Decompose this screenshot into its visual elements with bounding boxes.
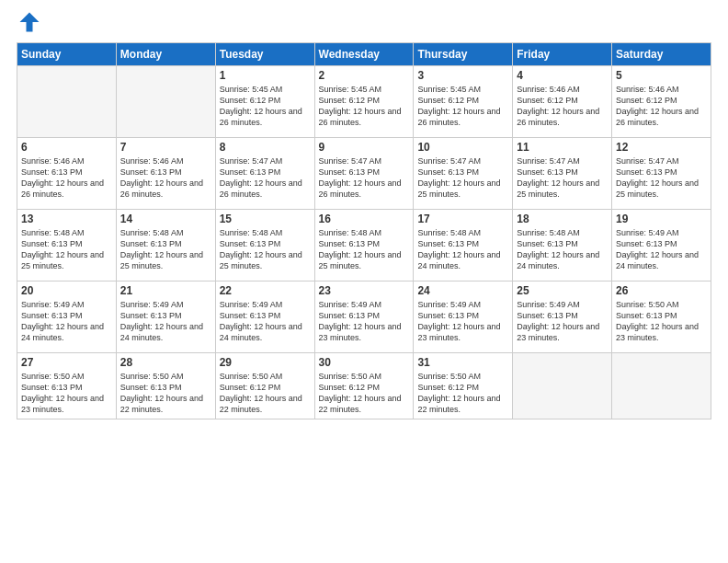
day-number: 28 bbox=[120, 356, 211, 369]
day-number: 21 bbox=[120, 284, 211, 297]
calendar-cell: 30Sunrise: 5:50 AM Sunset: 6:12 PM Dayli… bbox=[314, 353, 414, 419]
day-info: Sunrise: 5:50 AM Sunset: 6:13 PM Dayligh… bbox=[21, 371, 112, 416]
day-number: 27 bbox=[21, 356, 112, 369]
day-info: Sunrise: 5:50 AM Sunset: 6:12 PM Dayligh… bbox=[220, 371, 311, 416]
calendar-cell: 6Sunrise: 5:46 AM Sunset: 6:13 PM Daylig… bbox=[17, 138, 117, 210]
week-row-4: 20Sunrise: 5:49 AM Sunset: 6:13 PM Dayli… bbox=[17, 282, 711, 353]
calendar-cell: 29Sunrise: 5:50 AM Sunset: 6:12 PM Dayli… bbox=[215, 353, 314, 419]
day-number: 5 bbox=[616, 69, 707, 82]
day-info: Sunrise: 5:48 AM Sunset: 6:13 PM Dayligh… bbox=[120, 227, 211, 272]
day-number: 13 bbox=[21, 213, 112, 225]
calendar-cell: 17Sunrise: 5:48 AM Sunset: 6:13 PM Dayli… bbox=[414, 210, 513, 282]
day-number: 26 bbox=[616, 284, 707, 297]
day-info: Sunrise: 5:46 AM Sunset: 6:12 PM Dayligh… bbox=[616, 84, 707, 129]
weekday-header-thursday: Thursday bbox=[414, 43, 513, 66]
calendar-cell bbox=[116, 66, 215, 138]
calendar-cell: 25Sunrise: 5:49 AM Sunset: 6:13 PM Dayli… bbox=[513, 282, 612, 353]
calendar-cell bbox=[17, 66, 117, 138]
svg-marker-0 bbox=[20, 13, 40, 32]
day-info: Sunrise: 5:46 AM Sunset: 6:13 PM Dayligh… bbox=[120, 155, 211, 201]
calendar-cell: 11Sunrise: 5:47 AM Sunset: 6:13 PM Dayli… bbox=[513, 138, 612, 210]
week-row-3: 13Sunrise: 5:48 AM Sunset: 6:13 PM Dayli… bbox=[17, 210, 711, 282]
day-info: Sunrise: 5:47 AM Sunset: 6:13 PM Dayligh… bbox=[517, 155, 608, 201]
calendar-cell: 27Sunrise: 5:50 AM Sunset: 6:13 PM Dayli… bbox=[17, 353, 117, 419]
calendar-cell bbox=[513, 353, 612, 419]
day-info: Sunrise: 5:45 AM Sunset: 6:12 PM Dayligh… bbox=[220, 84, 311, 129]
calendar-cell: 20Sunrise: 5:49 AM Sunset: 6:13 PM Dayli… bbox=[17, 282, 117, 353]
day-info: Sunrise: 5:48 AM Sunset: 6:13 PM Dayligh… bbox=[319, 227, 410, 272]
calendar-cell: 26Sunrise: 5:50 AM Sunset: 6:13 PM Dayli… bbox=[612, 282, 711, 353]
day-info: Sunrise: 5:45 AM Sunset: 6:12 PM Dayligh… bbox=[417, 84, 508, 129]
day-number: 23 bbox=[319, 284, 410, 297]
calendar-cell: 13Sunrise: 5:48 AM Sunset: 6:13 PM Dayli… bbox=[17, 210, 117, 282]
day-number: 20 bbox=[21, 284, 112, 297]
day-number: 7 bbox=[120, 141, 211, 154]
calendar-cell: 8Sunrise: 5:47 AM Sunset: 6:13 PM Daylig… bbox=[215, 138, 314, 210]
week-row-5: 27Sunrise: 5:50 AM Sunset: 6:13 PM Dayli… bbox=[17, 353, 711, 419]
logo-icon bbox=[17, 9, 42, 35]
calendar-cell: 14Sunrise: 5:48 AM Sunset: 6:13 PM Dayli… bbox=[116, 210, 215, 282]
day-info: Sunrise: 5:47 AM Sunset: 6:13 PM Dayligh… bbox=[220, 155, 311, 201]
day-number: 24 bbox=[417, 284, 508, 297]
day-info: Sunrise: 5:46 AM Sunset: 6:12 PM Dayligh… bbox=[517, 84, 608, 129]
day-info: Sunrise: 5:49 AM Sunset: 6:13 PM Dayligh… bbox=[417, 299, 508, 344]
weekday-header-friday: Friday bbox=[513, 43, 612, 66]
header bbox=[17, 9, 711, 35]
calendar-cell: 21Sunrise: 5:49 AM Sunset: 6:13 PM Dayli… bbox=[116, 282, 215, 353]
day-info: Sunrise: 5:49 AM Sunset: 6:13 PM Dayligh… bbox=[616, 227, 707, 272]
day-number: 18 bbox=[517, 213, 608, 225]
day-number: 8 bbox=[220, 141, 311, 154]
weekday-header-row: SundayMondayTuesdayWednesdayThursdayFrid… bbox=[17, 43, 711, 66]
day-number: 31 bbox=[417, 356, 508, 369]
day-info: Sunrise: 5:50 AM Sunset: 6:13 PM Dayligh… bbox=[120, 371, 211, 416]
page: SundayMondayTuesdayWednesdayThursdayFrid… bbox=[0, 0, 728, 563]
day-number: 16 bbox=[319, 213, 410, 225]
day-info: Sunrise: 5:45 AM Sunset: 6:12 PM Dayligh… bbox=[319, 84, 410, 129]
calendar-cell: 1Sunrise: 5:45 AM Sunset: 6:12 PM Daylig… bbox=[215, 66, 314, 138]
day-number: 19 bbox=[616, 213, 707, 225]
day-number: 22 bbox=[220, 284, 311, 297]
calendar-cell: 23Sunrise: 5:49 AM Sunset: 6:13 PM Dayli… bbox=[314, 282, 414, 353]
calendar-cell: 24Sunrise: 5:49 AM Sunset: 6:13 PM Dayli… bbox=[414, 282, 513, 353]
day-info: Sunrise: 5:50 AM Sunset: 6:12 PM Dayligh… bbox=[417, 371, 508, 416]
calendar-cell: 2Sunrise: 5:45 AM Sunset: 6:12 PM Daylig… bbox=[314, 66, 414, 138]
day-info: Sunrise: 5:48 AM Sunset: 6:13 PM Dayligh… bbox=[220, 227, 311, 272]
logo bbox=[17, 9, 46, 35]
calendar-cell: 19Sunrise: 5:49 AM Sunset: 6:13 PM Dayli… bbox=[612, 210, 711, 282]
calendar-cell: 31Sunrise: 5:50 AM Sunset: 6:12 PM Dayli… bbox=[414, 353, 513, 419]
day-number: 3 bbox=[417, 69, 508, 82]
day-info: Sunrise: 5:47 AM Sunset: 6:13 PM Dayligh… bbox=[319, 155, 410, 201]
day-info: Sunrise: 5:49 AM Sunset: 6:13 PM Dayligh… bbox=[120, 299, 211, 344]
day-info: Sunrise: 5:50 AM Sunset: 6:12 PM Dayligh… bbox=[319, 371, 410, 416]
weekday-header-saturday: Saturday bbox=[612, 43, 711, 66]
calendar-cell bbox=[612, 353, 711, 419]
weekday-header-tuesday: Tuesday bbox=[215, 43, 314, 66]
day-number: 6 bbox=[21, 141, 112, 154]
day-number: 4 bbox=[517, 69, 608, 82]
day-info: Sunrise: 5:49 AM Sunset: 6:13 PM Dayligh… bbox=[517, 299, 608, 344]
day-info: Sunrise: 5:46 AM Sunset: 6:13 PM Dayligh… bbox=[21, 155, 112, 201]
calendar-cell: 10Sunrise: 5:47 AM Sunset: 6:13 PM Dayli… bbox=[414, 138, 513, 210]
calendar-cell: 9Sunrise: 5:47 AM Sunset: 6:13 PM Daylig… bbox=[314, 138, 414, 210]
calendar-cell: 22Sunrise: 5:49 AM Sunset: 6:13 PM Dayli… bbox=[215, 282, 314, 353]
calendar-cell: 28Sunrise: 5:50 AM Sunset: 6:13 PM Dayli… bbox=[116, 353, 215, 419]
calendar-cell: 16Sunrise: 5:48 AM Sunset: 6:13 PM Dayli… bbox=[314, 210, 414, 282]
calendar-cell: 7Sunrise: 5:46 AM Sunset: 6:13 PM Daylig… bbox=[116, 138, 215, 210]
day-number: 11 bbox=[517, 141, 608, 154]
day-info: Sunrise: 5:48 AM Sunset: 6:13 PM Dayligh… bbox=[417, 227, 508, 272]
calendar-cell: 4Sunrise: 5:46 AM Sunset: 6:12 PM Daylig… bbox=[513, 66, 612, 138]
day-number: 12 bbox=[616, 141, 707, 154]
day-number: 15 bbox=[220, 213, 311, 225]
day-number: 2 bbox=[319, 69, 410, 82]
week-row-2: 6Sunrise: 5:46 AM Sunset: 6:13 PM Daylig… bbox=[17, 138, 711, 210]
day-info: Sunrise: 5:48 AM Sunset: 6:13 PM Dayligh… bbox=[517, 227, 608, 272]
day-info: Sunrise: 5:47 AM Sunset: 6:13 PM Dayligh… bbox=[417, 155, 508, 201]
calendar: SundayMondayTuesdayWednesdayThursdayFrid… bbox=[17, 42, 711, 419]
day-number: 9 bbox=[319, 141, 410, 154]
calendar-cell: 12Sunrise: 5:47 AM Sunset: 6:13 PM Dayli… bbox=[612, 138, 711, 210]
day-info: Sunrise: 5:49 AM Sunset: 6:13 PM Dayligh… bbox=[220, 299, 311, 344]
day-info: Sunrise: 5:48 AM Sunset: 6:13 PM Dayligh… bbox=[21, 227, 112, 272]
weekday-header-wednesday: Wednesday bbox=[314, 43, 414, 66]
day-number: 17 bbox=[417, 213, 508, 225]
calendar-cell: 3Sunrise: 5:45 AM Sunset: 6:12 PM Daylig… bbox=[414, 66, 513, 138]
